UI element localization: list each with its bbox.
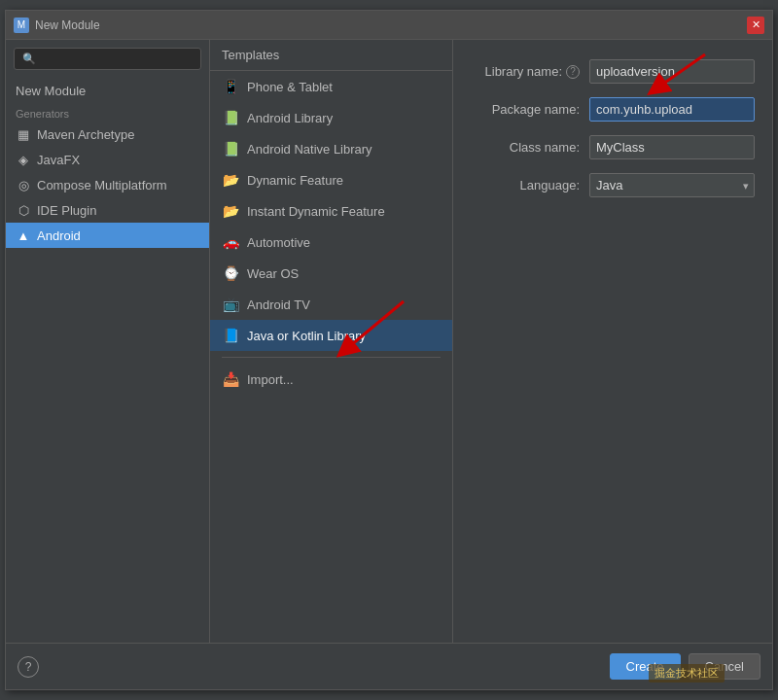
- android-tv-icon: 📺: [222, 296, 239, 313]
- java-kotlin-icon: 📘: [222, 327, 239, 344]
- template-instant-dynamic[interactable]: 📂 Instant Dynamic Feature: [210, 195, 452, 227]
- compose-icon: ◎: [16, 177, 31, 192]
- search-icon: 🔍: [22, 52, 36, 65]
- language-select[interactable]: Java Kotlin: [589, 173, 755, 197]
- sidebar-item-maven[interactable]: ▦ Maven Archetype: [6, 122, 209, 147]
- template-android-native[interactable]: 📗 Android Native Library: [210, 133, 452, 164]
- android-native-icon: 📗: [222, 140, 239, 158]
- library-name-row: Library name: ?: [473, 59, 755, 84]
- phone-tablet-icon: 📱: [222, 78, 239, 95]
- android-icon: ▲: [16, 228, 31, 243]
- maven-icon: ▦: [16, 126, 31, 142]
- sidebar-item-android[interactable]: ▲ Android: [6, 223, 209, 248]
- sidebar-item-compose[interactable]: ◎ Compose Multiplatform: [6, 172, 209, 197]
- template-android-tv[interactable]: 📺 Android TV: [210, 289, 452, 320]
- template-import[interactable]: 📥 Import...: [210, 364, 452, 395]
- wear-os-icon: ⌚: [222, 264, 239, 282]
- title-bar: M New Module ✕: [6, 11, 772, 40]
- language-label: Language:: [473, 178, 580, 192]
- android-library-icon: 📗: [222, 109, 239, 126]
- dialog-icon: M: [14, 18, 29, 33]
- library-name-help[interactable]: ?: [566, 65, 580, 79]
- search-box[interactable]: 🔍: [14, 48, 201, 70]
- generators-label: Generators: [6, 104, 209, 122]
- package-name-label: Package name:: [473, 102, 580, 117]
- template-automotive[interactable]: 🚗 Automotive: [210, 227, 452, 258]
- sidebar-heading: New Module: [6, 78, 209, 104]
- template-phone-tablet[interactable]: 📱 Phone & Tablet: [210, 71, 452, 102]
- dialog-body: 🔍 New Module Generators ▦ Maven Archetyp…: [6, 40, 772, 643]
- package-name-row: Package name:: [473, 97, 755, 122]
- dynamic-feature-icon: 📂: [222, 171, 239, 189]
- automotive-icon: 🚗: [222, 233, 239, 251]
- close-button[interactable]: ✕: [747, 17, 764, 34]
- watermark: 掘金技术社区: [649, 664, 725, 682]
- template-java-kotlin-library[interactable]: 📘 Java or Kotlin Library: [210, 320, 452, 351]
- class-name-row: Class name:: [473, 135, 755, 159]
- sidebar-item-ide-plugin[interactable]: ⬡ IDE Plugin: [6, 197, 209, 223]
- form-panel: Library name: ? Package name: Class name…: [453, 40, 772, 643]
- language-select-wrapper: Java Kotlin: [589, 173, 755, 197]
- language-row: Language: Java Kotlin: [473, 173, 755, 197]
- ide-plugin-icon: ⬡: [16, 202, 31, 218]
- dialog-title: New Module: [35, 18, 100, 32]
- class-name-label: Class name:: [473, 140, 580, 155]
- template-divider: [222, 357, 441, 358]
- instant-dynamic-icon: 📂: [222, 202, 239, 220]
- template-wear-os[interactable]: ⌚ Wear OS: [210, 258, 452, 289]
- library-name-input[interactable]: [589, 59, 755, 84]
- template-dynamic-feature[interactable]: 📂 Dynamic Feature: [210, 164, 452, 195]
- sidebar-item-javafx[interactable]: ◈ JavaFX: [6, 147, 209, 172]
- javafx-icon: ◈: [16, 152, 31, 167]
- template-android-library[interactable]: 📗 Android Library: [210, 102, 452, 133]
- help-button[interactable]: ?: [18, 656, 39, 678]
- library-name-label: Library name: ?: [473, 64, 580, 79]
- sidebar: 🔍 New Module Generators ▦ Maven Archetyp…: [6, 40, 210, 643]
- templates-title: Templates: [210, 40, 452, 71]
- new-module-dialog: M New Module ✕ 🔍 New Module Generators ▦…: [5, 10, 773, 690]
- class-name-input[interactable]: [589, 135, 755, 159]
- import-icon: 📥: [222, 370, 239, 388]
- package-name-input[interactable]: [589, 97, 755, 122]
- templates-panel: Templates 📱 Phone & Tablet 📗 Android Lib…: [210, 40, 453, 643]
